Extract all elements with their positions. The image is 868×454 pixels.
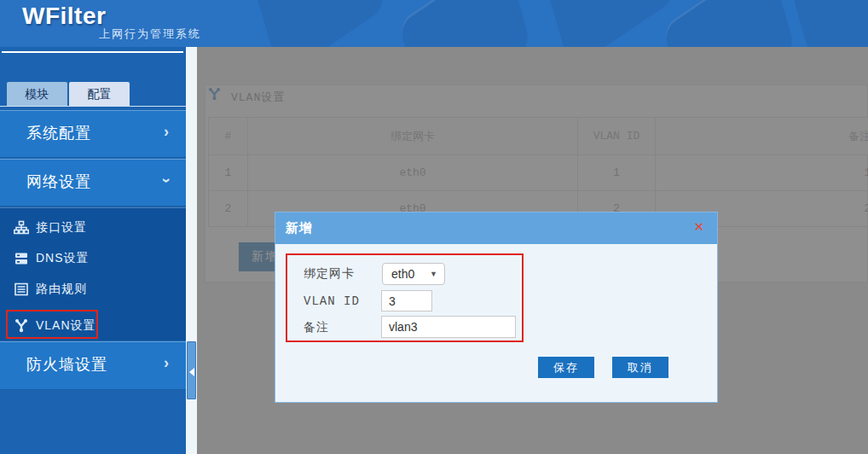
sitemap-icon (14, 220, 29, 236)
nav-group-label: 网络设置 (26, 172, 91, 192)
keyboard-key-shape (398, 0, 531, 47)
sidebar-item-interface-settings[interactable]: 接口设置 (0, 213, 186, 242)
keyboard-key-shape (543, 0, 676, 47)
keyboard-key-shape (790, 0, 868, 47)
keyboard-key-shape (663, 0, 796, 47)
chevron-right-icon: › (164, 354, 169, 372)
wfilter-logo: WFilter (22, 3, 106, 30)
collapse-left-icon (189, 368, 194, 376)
nav-group-label: 防火墙设置 (26, 354, 107, 375)
sidebar: 模块 配置 系统配置 › 网络设置 › 接口设置 DNS (0, 47, 186, 454)
sidebar-item-dns-settings[interactable]: DNS设置 (0, 244, 186, 273)
chevron-down-icon: ▼ (430, 264, 437, 284)
modal-title: 新增 (286, 220, 313, 236)
field-label-nic: 绑定网卡 (304, 266, 355, 282)
tab-config[interactable]: 配置 (69, 82, 130, 106)
vlan-highlight-box (6, 310, 98, 339)
server-icon (14, 251, 29, 266)
sidebar-divider (2, 51, 183, 53)
sidebar-item-label: 接口设置 (36, 220, 87, 236)
cancel-button[interactable]: 取消 (612, 357, 668, 378)
nav-group-label: 系统配置 (26, 123, 91, 143)
sidebar-item-firewall-settings[interactable]: 防火墙设置 › (0, 341, 186, 390)
add-vlan-modal: 新增 ✕ 绑定网卡 eth0 ▼ VLAN ID 备注 保存 取消 (275, 212, 718, 403)
app-subtitle: 上网行为管理系统 (99, 26, 201, 42)
remark-input[interactable] (381, 316, 516, 338)
sidebar-item-route-rules[interactable]: 路由规则 (0, 275, 186, 304)
sidebar-item-system-config[interactable]: 系统配置 › (0, 110, 186, 158)
sidebar-item-label: 路由规则 (36, 282, 87, 297)
app-header: WFilter 上网行为管理系统 (0, 0, 868, 47)
tabs-underline (0, 106, 186, 107)
field-label-vlanid: VLAN ID (304, 294, 360, 308)
save-button[interactable]: 保存 (538, 357, 594, 378)
close-icon[interactable]: ✕ (693, 219, 704, 235)
sidebar-item-label: DNS设置 (36, 251, 90, 266)
list-icon (14, 282, 29, 297)
chevron-down-icon: › (158, 178, 176, 183)
keyboard-key-shape (253, 0, 386, 47)
tab-modules[interactable]: 模块 (7, 82, 67, 106)
nic-select[interactable]: eth0 ▼ (382, 263, 445, 285)
sidebar-collapse-handle[interactable] (187, 341, 196, 399)
vlanid-input[interactable] (381, 290, 432, 311)
modal-titlebar: 新增 ✕ (275, 212, 717, 244)
field-label-remark: 备注 (304, 320, 329, 335)
sidebar-scroll-strip (186, 47, 197, 454)
chevron-right-icon: › (164, 123, 169, 141)
nic-select-value: eth0 (391, 267, 414, 281)
sidebar-item-network-settings[interactable]: 网络设置 › (0, 159, 186, 207)
